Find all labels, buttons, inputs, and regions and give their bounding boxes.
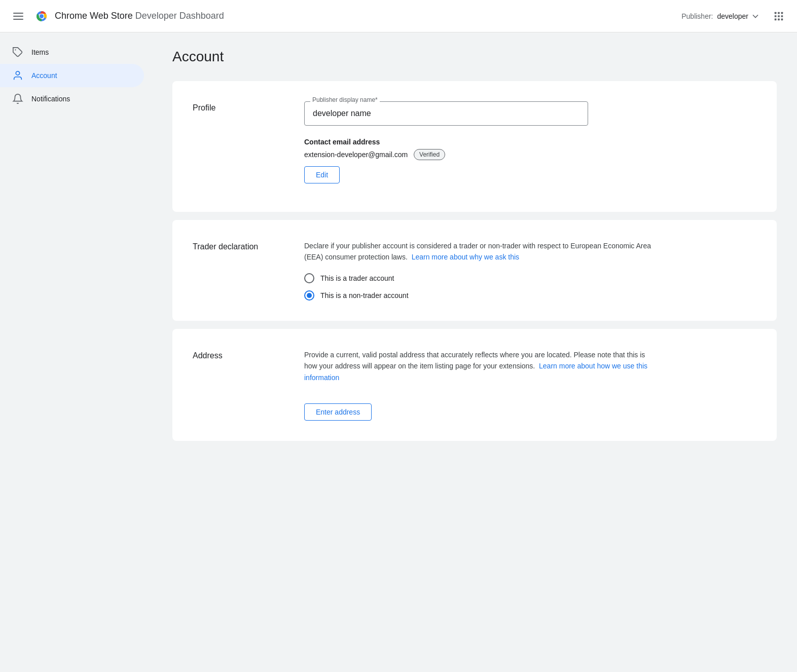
trader-option-label: This is a trader account — [320, 274, 394, 282]
radio-inner-dot — [307, 293, 312, 298]
address-content: Provide a current, valid postal address … — [304, 349, 659, 421]
publisher-dropdown[interactable]: developer — [717, 11, 761, 21]
address-description: Provide a current, valid postal address … — [304, 349, 659, 383]
chevron-down-icon — [750, 11, 760, 21]
grid-icon — [773, 11, 784, 22]
publisher-label: Publisher: — [681, 12, 713, 20]
trader-declaration-learn-more[interactable]: Learn more about why we ask this — [412, 253, 519, 261]
non-trader-radio-circle — [304, 290, 314, 301]
svg-rect-9 — [781, 12, 783, 14]
sidebar-item-items[interactable]: Items — [0, 41, 144, 64]
app-header: Chrome Web Store Developer Dashboard Pub… — [0, 0, 797, 32]
page-title: Account — [172, 49, 777, 65]
chrome-logo — [32, 7, 51, 25]
contact-email-title: Contact email address — [304, 138, 659, 146]
account-icon — [12, 70, 23, 81]
sidebar-item-account[interactable]: Account — [0, 64, 144, 87]
svg-rect-8 — [778, 12, 780, 14]
profile-section: Profile Publisher display name* Contact … — [172, 81, 777, 212]
app-title: Chrome Web Store Developer Dashboard — [55, 11, 224, 21]
non-trader-option[interactable]: This is a non-trader account — [304, 290, 659, 301]
trader-declaration-content: Declare if your publisher account is con… — [304, 240, 659, 301]
trader-radio-group: This is a trader account This is a non-t… — [304, 273, 659, 301]
trader-declaration-section: Trader declaration Declare if your publi… — [172, 220, 777, 321]
grid-button[interactable] — [769, 6, 789, 26]
sidebar-item-label-items: Items — [31, 48, 49, 56]
profile-label: Profile — [193, 101, 284, 192]
trader-radio-circle — [304, 273, 314, 283]
trader-option[interactable]: This is a trader account — [304, 273, 659, 283]
trader-declaration-label: Trader declaration — [193, 240, 284, 301]
menu-button[interactable] — [8, 6, 28, 26]
svg-rect-11 — [778, 15, 780, 17]
contact-email-section: Contact email address extension-develope… — [304, 138, 659, 183]
edit-button[interactable]: Edit — [304, 166, 340, 183]
publisher-name: developer — [717, 12, 749, 20]
sidebar-item-label-account: Account — [31, 71, 57, 80]
contact-email-row: extension-developer@gmail.com Verified — [304, 149, 659, 160]
contact-email-address: extension-developer@gmail.com — [304, 151, 408, 159]
main-content: Account Profile Publisher display name* … — [152, 32, 797, 672]
main-layout: Items Account Notifications Account Prof… — [0, 0, 797, 672]
svg-point-6 — [40, 14, 44, 18]
verified-badge: Verified — [414, 149, 445, 160]
sidebar: Items Account Notifications — [0, 32, 152, 672]
publisher-name-field-group: Publisher display name* — [304, 101, 659, 126]
enter-address-button[interactable]: Enter address — [304, 403, 372, 421]
non-trader-option-label: This is a non-trader account — [320, 291, 409, 300]
svg-rect-14 — [778, 18, 780, 20]
sidebar-item-notifications[interactable]: Notifications — [0, 87, 144, 110]
address-section: Address Provide a current, valid postal … — [172, 329, 777, 441]
trader-declaration-description: Declare if your publisher account is con… — [304, 240, 659, 263]
svg-rect-15 — [781, 18, 783, 20]
svg-point-17 — [16, 71, 19, 75]
package-icon — [12, 47, 23, 58]
svg-rect-12 — [781, 15, 783, 17]
address-label: Address — [193, 349, 284, 421]
sidebar-item-label-notifications: Notifications — [31, 95, 70, 103]
bell-icon — [12, 93, 23, 104]
publisher-display-name-input[interactable] — [304, 101, 588, 126]
header-right: Publisher: developer — [681, 6, 789, 26]
svg-rect-13 — [775, 18, 777, 20]
svg-rect-10 — [775, 15, 777, 17]
profile-content: Publisher display name* Contact email ad… — [304, 101, 659, 192]
publisher-display-name-label: Publisher display name* — [310, 96, 380, 103]
svg-rect-7 — [775, 12, 777, 14]
